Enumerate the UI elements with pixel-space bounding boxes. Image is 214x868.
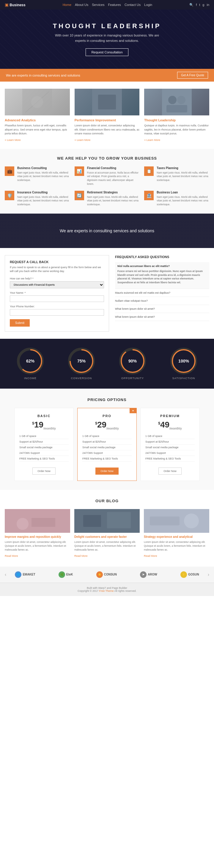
svg-rect-11: [31, 518, 55, 527]
pricing-basic-feat-3: 24/7/365 Support: [19, 450, 69, 456]
card-analytics: Advanced Analytics Phasellus lorem ipsum…: [5, 89, 70, 142]
pricing-grid: BASIC $19/monthly 1 GB of space Support …: [5, 408, 209, 481]
nav-link-login[interactable]: Login: [144, 3, 152, 6]
partner-consun: ☀️ CONSUN: [96, 571, 117, 578]
faq-question-1: Mauris euismod est elit vel mattis est d…: [115, 291, 170, 294]
nav-link-about[interactable]: About Us: [75, 3, 88, 6]
blog-post-2: Strategy experience and analytical Lorem…: [144, 509, 209, 557]
blog-post-2-image: [144, 509, 209, 533]
twitter-icon[interactable]: t: [199, 3, 200, 6]
hero-subtitle: With over 10 years of experience in mana…: [53, 33, 161, 43]
pricing-premium-cta[interactable]: Order Now: [158, 467, 182, 475]
progress-value-satisfaction: 100%: [173, 350, 194, 372]
card-analytics-link[interactable]: Learn More: [5, 138, 21, 142]
card-performance: Performance Improvement Lorem ipsum dolo…: [75, 89, 140, 142]
faq-item-4[interactable]: What lorem ipsum dolor sit amet?: [115, 313, 209, 321]
partner-consun-icon: ☀️: [96, 571, 103, 578]
card-performance-link[interactable]: Learn More: [75, 138, 91, 142]
blog-post-1-link[interactable]: Read More: [74, 554, 88, 557]
service-taxes-planning-body: Nam eget justo risus. Morbi elit nulla, …: [157, 171, 209, 182]
service-business-loan-title: Business Loan: [157, 191, 209, 194]
cards-section: Advanced Analytics Phasellus lorem ipsum…: [0, 82, 214, 149]
nav-link-home[interactable]: Home: [63, 3, 71, 6]
pricing-pro-feat-1: Support at $25/hour: [82, 439, 132, 445]
progress-value-conversion: 75%: [71, 350, 92, 372]
services-grid: 💼 Business Consulting Nam eget justo ris…: [5, 166, 209, 207]
progress-satisfaction: 100% SATISFACTION: [170, 348, 197, 380]
partner-etek-icon: 🌿: [58, 571, 65, 578]
blog-post-2-link[interactable]: Read More: [144, 554, 157, 557]
navbar: ▣ Business Home About Us Services Featur…: [0, 0, 214, 9]
callback-form: REQUEST A CALL BACK If you need to speak…: [5, 255, 109, 332]
blog-post-0-link[interactable]: Read More: [5, 554, 18, 557]
service-taxes-planning: 📋 Taxes Planning Nam eget justo risus. M…: [144, 166, 209, 186]
pricing-pro-cta[interactable]: Order Now: [96, 467, 118, 475]
pricing-pro-feat-0: 1 GB of space: [82, 433, 132, 439]
pricing-basic-name: BASIC: [19, 414, 69, 418]
faq-item-1[interactable]: Mauris euismod est elit vel mattis est d…: [115, 289, 209, 297]
pricing-title: PRICING OPTIONS: [5, 398, 209, 402]
pricing-pro-feat-3: 24/7/365 Support: [82, 450, 132, 456]
submit-button[interactable]: Submit: [10, 319, 30, 327]
faq-item-2[interactable]: Nullam vitae volutpat risus?: [115, 297, 209, 305]
pricing-basic-feat-1: Support at $25/hour: [19, 439, 69, 445]
callback-dropdown[interactable]: Discussions with Financial Experts: [10, 281, 104, 288]
pricing-basic: BASIC $19/monthly 1 GB of space Support …: [14, 408, 74, 481]
nav-link-features[interactable]: Features: [108, 3, 121, 6]
orange-bar-text: We are experts in consulting services an…: [6, 73, 80, 77]
blog-post-1-image: [74, 509, 140, 533]
blog-post-0-image: [5, 509, 70, 533]
service-financial-consulting: 📊 Financial Consulting Fusce at accumsan…: [75, 166, 140, 186]
svg-point-7: [177, 96, 185, 104]
services-section: WE ARE HELP YOU TO GROW YOUR BUSINESS 💼 …: [0, 149, 214, 214]
pricing-premium-name: PREMIUM: [145, 414, 195, 418]
partners-next-arrow[interactable]: ›: [208, 572, 209, 577]
svg-point-10: [17, 518, 29, 530]
facebook-icon[interactable]: f: [196, 3, 197, 6]
card-leadership-link[interactable]: Learn More: [144, 138, 160, 142]
hero-cta-button[interactable]: Request Consultation: [86, 49, 128, 56]
progress-opportunity: 90% OPPORTUNITY: [119, 348, 146, 380]
svg-rect-14: [107, 512, 131, 528]
pricing-premium-feat-4: FREE Marketing & SEO Tools: [145, 456, 195, 462]
card-analytics-body: Phasellus lorem ipsum, luctus ut velit e…: [5, 124, 70, 136]
progress-circle-conversion: 75%: [68, 348, 95, 374]
pricing-basic-price: $19/monthly: [19, 420, 69, 430]
pricing-premium-feat-1: Support at $25/hour: [145, 439, 195, 445]
partner-etek-name: EteK: [66, 573, 73, 576]
phone-label: Your Phone Number:: [10, 305, 104, 308]
business-loan-icon: 🏦: [144, 191, 154, 200]
blog-post-1-body: Lorem ipsum dolor sit amet, consectetur …: [74, 540, 140, 552]
progress-circle-satisfaction: 100%: [170, 348, 197, 374]
free-quote-button[interactable]: Get A Free Quote: [177, 72, 208, 79]
phone-input[interactable]: [10, 309, 104, 316]
faq-item-0[interactable]: Nisl nulla accumsan libero ac elit matti…: [115, 262, 209, 289]
svg-rect-17: [150, 517, 180, 525]
pricing-premium-feat-3: 24/7/365 Support: [145, 450, 195, 456]
footer-theme-link[interactable]: Free Theme: [99, 589, 114, 592]
name-input[interactable]: [10, 296, 104, 302]
service-business-loan: 🏦 Business Loan Nam eget justo risus. Mo…: [144, 191, 209, 207]
blog-section: OUR BLOG Improve margins and reposition …: [0, 490, 214, 566]
pricing-premium-feat-2: Small social media package: [145, 445, 195, 450]
progress-label-conversion: CONVERSION: [68, 377, 95, 380]
search-icon[interactable]: 🔍: [189, 3, 193, 7]
pricing-basic-feat-0: 1 GB of space: [19, 433, 69, 439]
callback-description: If you need to speak to us about a gener…: [10, 266, 104, 274]
pricing-premium-features: 1 GB of space Support at $25/hour Small …: [145, 433, 195, 462]
nav-link-services[interactable]: Services: [92, 3, 104, 6]
social-icon-4[interactable]: in: [207, 3, 209, 6]
nav-icons: 🔍 f t g in: [189, 3, 209, 7]
progress-conversion: 75% CONVERSION: [68, 348, 95, 380]
card-performance-image: [75, 89, 140, 115]
pricing-basic-cta[interactable]: Order Now: [32, 467, 56, 475]
nav-link-contact[interactable]: Contact Us: [125, 3, 141, 6]
social-icon-3[interactable]: g: [203, 3, 204, 6]
partner-arow-name: AROW: [148, 573, 157, 576]
svg-rect-4: [98, 95, 116, 110]
faq-item-3[interactable]: What lorem ipsum dolor sit amet?: [115, 305, 209, 313]
progress-section: 62% INCOME 75% CONVERSION 90% OPPORTUNIT…: [0, 339, 214, 389]
footer-built-with: Built with Warp7 and Page Builder: [87, 587, 127, 589]
card-leadership-body: Quisque ut dapibus turpis. In maximus nu…: [144, 124, 209, 136]
business-consulting-icon: 💼: [5, 166, 14, 176]
